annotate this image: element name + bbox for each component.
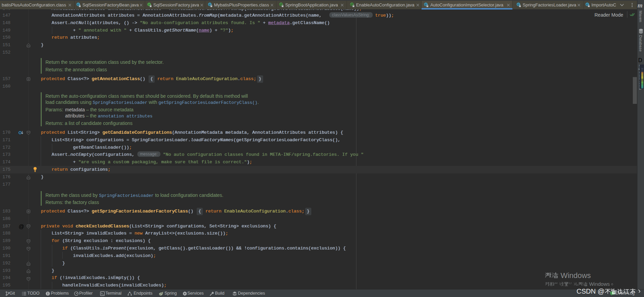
svg-text:C: C [425,3,427,6]
svg-text:C: C [586,3,588,6]
svg-text:C: C [518,3,520,6]
svg-text:C: C [209,3,211,6]
svg-text:I: I [149,3,150,6]
svg-text:C: C [77,3,79,6]
